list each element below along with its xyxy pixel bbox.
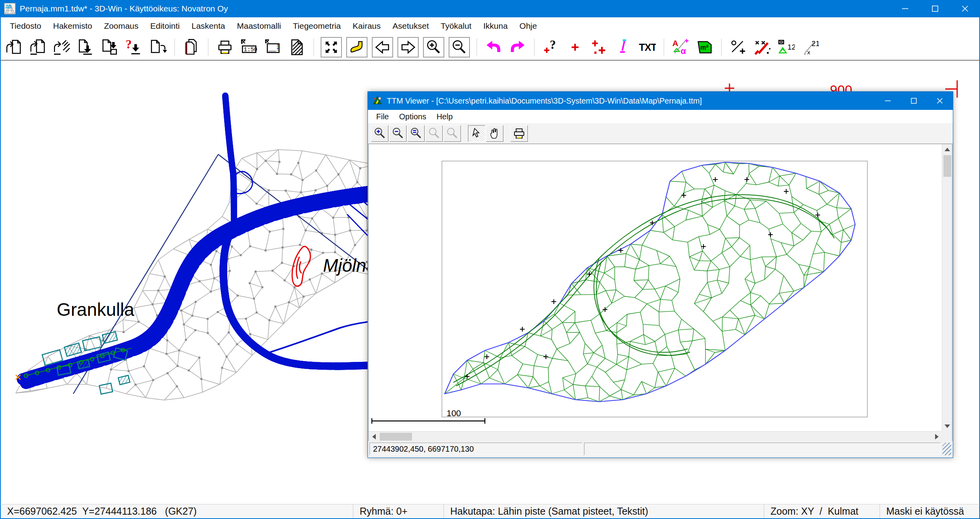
menu-tiedosto[interactable]: Tiedosto bbox=[4, 17, 47, 35]
ttm-client-area[interactable]: 100 bbox=[368, 144, 952, 442]
ttm-print-button[interactable] bbox=[510, 125, 528, 142]
snap-line-button[interactable] bbox=[613, 37, 633, 57]
menu-tiegeometria[interactable]: Tiegeometria bbox=[287, 17, 347, 35]
save-query-button[interactable]: ? bbox=[124, 37, 144, 57]
ttm-menu-options[interactable]: Options bbox=[394, 110, 431, 123]
maximize-button[interactable] bbox=[920, 0, 950, 17]
svg-text:?: ? bbox=[550, 39, 556, 52]
zoom-out-button[interactable] bbox=[449, 37, 470, 57]
ttm-resize-grip[interactable] bbox=[943, 443, 951, 455]
open-file-icon bbox=[5, 39, 22, 56]
status-search-mode: Hakutapa: Lähin piste (Samat pisteet, Te… bbox=[444, 504, 764, 518]
hatch-file-button[interactable] bbox=[287, 37, 307, 57]
menu-kairaus[interactable]: Kairaus bbox=[347, 17, 386, 35]
add-point-button[interactable] bbox=[565, 37, 585, 57]
zoom-disabled-icon bbox=[427, 127, 441, 140]
scroll-right-arrow[interactable] bbox=[932, 432, 942, 442]
ttm-pan-tool-button[interactable] bbox=[486, 125, 503, 142]
toolbar-separator bbox=[721, 39, 722, 56]
app-window: 3D Pernaja.mm1.tdw* - 3D-Win - Käyttöoik… bbox=[0, 0, 980, 519]
scroll-down-arrow[interactable] bbox=[942, 421, 952, 431]
scale-setting-button[interactable]: 1:50 bbox=[239, 37, 259, 57]
ttm-zoom-all-button[interactable] bbox=[407, 125, 425, 142]
export-element-icon bbox=[149, 39, 167, 56]
ttm-zoom-in-button[interactable] bbox=[371, 125, 388, 142]
ttm-horizontal-scrollbar[interactable] bbox=[369, 431, 942, 441]
menu-maastomalli[interactable]: Maastomalli bbox=[231, 17, 287, 35]
label-angle-button[interactable]: Aα bbox=[671, 37, 690, 57]
3dwin-logo-icon: 3D bbox=[4, 3, 16, 15]
menu-hakemisto[interactable]: Hakemisto bbox=[47, 17, 98, 35]
copy-document-button[interactable] bbox=[182, 37, 201, 57]
menu-laskenta[interactable]: Laskenta bbox=[186, 17, 231, 35]
main-titlebar[interactable]: 3D Pernaja.mm1.tdw* - 3D-Win - Käyttöoik… bbox=[0, 0, 980, 17]
triangle-count-button[interactable]: 12 bbox=[776, 37, 796, 57]
hide-points-icon bbox=[754, 39, 771, 56]
point-query-button[interactable]: ? bbox=[541, 37, 561, 57]
page-setup-icon bbox=[264, 39, 282, 56]
hide-points-button[interactable] bbox=[752, 37, 772, 57]
export-element-button[interactable] bbox=[148, 37, 168, 57]
zoom-out-icon bbox=[391, 127, 405, 140]
toolbar-separator bbox=[477, 39, 477, 56]
menu-zoomaus[interactable]: Zoomaus bbox=[98, 17, 145, 35]
zoom-in-button[interactable] bbox=[423, 37, 444, 57]
ttm-zoom-out-button[interactable] bbox=[389, 125, 406, 142]
status-mask: Maski ei käytössä bbox=[880, 504, 979, 518]
toolbar-separator bbox=[664, 39, 664, 56]
point-line-toggle-button[interactable] bbox=[728, 37, 748, 57]
point-count-button[interactable]: x21 bbox=[800, 37, 820, 57]
ttm-vertical-scrollbar[interactable] bbox=[942, 144, 952, 431]
toolbar-separator bbox=[174, 39, 175, 56]
ttm-select-tool-button[interactable] bbox=[468, 125, 485, 142]
next-view-button[interactable] bbox=[397, 37, 419, 57]
scroll-left-arrow[interactable] bbox=[369, 432, 379, 442]
area-m2-button[interactable]: m² bbox=[695, 37, 715, 57]
ttm-maximize-button[interactable] bbox=[901, 92, 927, 110]
previous-view-button[interactable] bbox=[372, 37, 393, 57]
ttm-menu-file[interactable]: File bbox=[371, 110, 394, 123]
open-format-button[interactable] bbox=[28, 37, 48, 57]
svg-text:3D: 3D bbox=[5, 4, 12, 9]
save-as-button[interactable] bbox=[100, 37, 120, 57]
menu-ikkuna[interactable]: Ikkuna bbox=[477, 17, 514, 35]
undo-button[interactable] bbox=[484, 37, 503, 57]
svg-text:1:50: 1:50 bbox=[244, 46, 257, 53]
ttm-minimize-button[interactable] bbox=[875, 92, 901, 110]
ttm-menu-help[interactable]: Help bbox=[431, 110, 458, 123]
minimize-button[interactable] bbox=[890, 0, 920, 17]
ttm-close-button[interactable] bbox=[927, 92, 953, 110]
zoom-all-icon bbox=[409, 127, 423, 140]
close-icon bbox=[935, 96, 944, 105]
text-tool-button[interactable]: TXT bbox=[637, 37, 657, 57]
zoom-object-button[interactable] bbox=[346, 37, 368, 57]
menu-tyokalut[interactable]: Työkalut bbox=[435, 17, 477, 35]
redo-button[interactable] bbox=[508, 37, 527, 57]
vertical-scroll-thumb[interactable] bbox=[943, 155, 951, 177]
toolbar-separator bbox=[534, 39, 535, 56]
svg-text:m²: m² bbox=[700, 44, 709, 51]
open-file-button[interactable] bbox=[4, 37, 24, 57]
zoom-extents-button[interactable] bbox=[321, 37, 342, 57]
save-file-button[interactable] bbox=[76, 37, 96, 57]
svg-text:?: ? bbox=[126, 39, 132, 51]
page-setup-button[interactable] bbox=[263, 37, 283, 57]
open-model-button[interactable] bbox=[52, 37, 72, 57]
maximize-icon bbox=[909, 96, 918, 105]
ttm-zoom-next-button-disabled[interactable] bbox=[444, 125, 461, 142]
ttm-zoom-prev-button-disabled[interactable] bbox=[425, 125, 443, 142]
status-coordinates: X=6697062.425 Y=27444113.186 (GK27) bbox=[1, 504, 353, 518]
close-button[interactable] bbox=[950, 0, 980, 17]
label-angle-icon: Aα bbox=[672, 39, 689, 56]
menu-ohje[interactable]: Ohje bbox=[514, 17, 543, 35]
ttm-statusbar: 27443902,450, 6697170,130 bbox=[368, 441, 953, 457]
scroll-up-arrow[interactable] bbox=[942, 144, 952, 154]
add-points-button[interactable] bbox=[589, 37, 609, 57]
main-menubar: Tiedosto Hakemisto Zoomaus Editointi Las… bbox=[0, 17, 980, 35]
menu-editointi[interactable]: Editointi bbox=[145, 17, 186, 35]
tin-mesh-green bbox=[445, 162, 855, 402]
menu-asetukset[interactable]: Asetukset bbox=[387, 17, 435, 35]
print-button[interactable] bbox=[215, 37, 235, 57]
ttm-titlebar[interactable]: TTM Viewer - [C:\Users\petri.kaihia\Docu… bbox=[368, 92, 953, 110]
horizontal-scroll-thumb[interactable] bbox=[380, 433, 412, 441]
